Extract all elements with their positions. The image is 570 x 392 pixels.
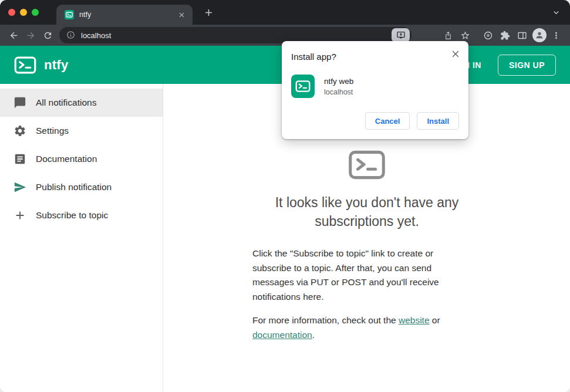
gear-icon — [14, 124, 26, 137]
forward-icon[interactable] — [23, 28, 39, 43]
browser-tab[interactable]: ntfy — [56, 5, 193, 25]
ntfy-app-icon — [291, 75, 315, 98]
extension-badge-icon[interactable] — [480, 28, 496, 43]
ntfy-logo-icon — [14, 54, 36, 76]
dialog-title: Install app? — [291, 52, 459, 62]
browser-window: ntfy localhost — [0, 0, 570, 392]
avatar — [532, 28, 547, 42]
sidebar-item-publish-notification[interactable]: Publish notification — [0, 173, 163, 201]
dialog-app-texts: ntfy web localhost — [324, 77, 353, 96]
install-app-icon[interactable] — [392, 28, 410, 42]
dialog-app-origin: localhost — [324, 88, 353, 96]
dialog-app-row: ntfy web localhost — [291, 75, 459, 98]
ntfy-favicon-icon — [65, 10, 74, 19]
empty-state-more-info: For more information, check out the webs… — [252, 313, 459, 342]
sidebar-item-label: Subscribe to topic — [36, 210, 108, 221]
install-app-dialog: Install app? ntfy web localhost Cancel I… — [282, 41, 468, 139]
ntfy-terminal-icon — [252, 146, 481, 184]
empty-state-paragraph: Click the "Subscribe to topic" link to c… — [252, 246, 459, 304]
tab-close-icon[interactable] — [177, 10, 187, 20]
window-minimize-button[interactable] — [20, 9, 27, 16]
side-panel-icon[interactable] — [514, 28, 530, 43]
sidebar-item-documentation[interactable]: Documentation — [0, 145, 163, 173]
website-link[interactable]: website — [399, 315, 430, 325]
sidebar-item-subscribe-to-topic[interactable]: Subscribe to topic — [0, 201, 163, 229]
sidebar: All notifications Settings Documentation… — [0, 84, 163, 392]
documentation-link[interactable]: documentation — [252, 330, 312, 340]
sidebar-item-label: All notifications — [36, 97, 96, 108]
site-info-icon[interactable] — [66, 31, 76, 40]
sidebar-item-label: Publish notification — [36, 182, 112, 192]
sidebar-item-all-notifications[interactable]: All notifications — [0, 89, 163, 117]
more-info-suffix: . — [312, 330, 315, 340]
cancel-button[interactable]: Cancel — [365, 112, 410, 130]
app-title: ntfy — [44, 58, 69, 73]
tab-title: ntfy — [79, 11, 171, 19]
install-button[interactable]: Install — [417, 112, 459, 130]
send-icon — [14, 181, 26, 194]
more-info-prefix: For more information, check out the — [252, 315, 399, 325]
empty-state-heading: It looks like you don't have any subscri… — [252, 193, 481, 231]
sidebar-item-label: Settings — [36, 126, 69, 136]
menu-dots-icon[interactable] — [548, 28, 564, 43]
chat-bubble-icon — [14, 96, 26, 109]
sidebar-item-settings[interactable]: Settings — [0, 117, 163, 145]
dialog-close-icon[interactable] — [450, 49, 461, 59]
window-zoom-button[interactable] — [32, 9, 39, 16]
dialog-buttons: Cancel Install — [291, 112, 459, 130]
new-tab-icon[interactable] — [203, 7, 214, 18]
window-close-button[interactable] — [8, 9, 15, 16]
back-icon[interactable] — [6, 28, 22, 43]
extensions-puzzle-icon[interactable] — [497, 28, 513, 43]
profile-avatar-icon[interactable] — [531, 28, 547, 43]
sign-up-button[interactable]: SIGN UP — [498, 55, 556, 76]
plus-icon — [14, 209, 26, 222]
dialog-app-name: ntfy web — [324, 77, 353, 86]
reload-icon[interactable] — [40, 28, 56, 43]
tab-search-chevron-icon[interactable] — [551, 8, 561, 18]
browser-titlebar: ntfy — [0, 0, 570, 25]
url-text: localhost — [81, 31, 386, 40]
more-info-middle: or — [430, 315, 440, 325]
sidebar-item-label: Documentation — [36, 154, 97, 164]
article-icon — [14, 153, 26, 165]
